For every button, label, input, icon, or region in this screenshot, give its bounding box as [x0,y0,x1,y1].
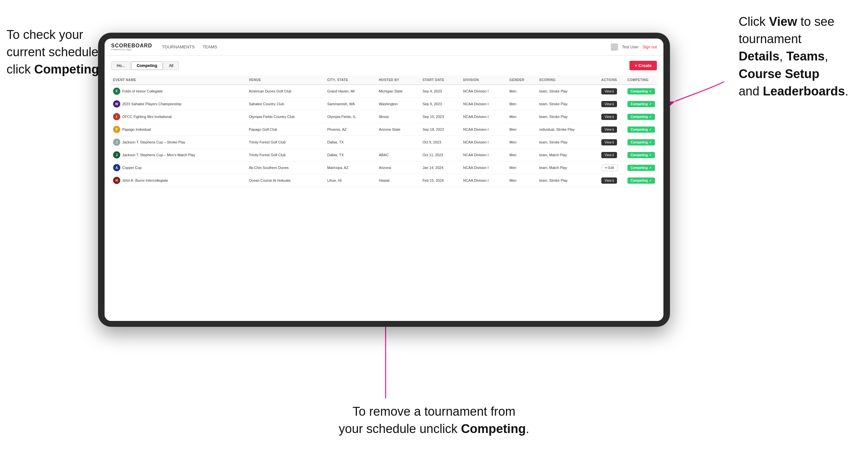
cell-division: NCAA Division I [461,123,507,136]
cell-gender: Men [507,174,537,187]
cell-venue: Sahalee Country Club [247,98,325,111]
view-button[interactable]: View ℹ [601,101,617,107]
table-row: W 2023 Sahalee Players Championship Saha… [111,98,657,111]
filter-tabs: Ho... Competing All [111,61,179,70]
navbar: SCOREBOARD Powered by clippi TOURNAMENTS… [104,38,663,56]
team-logo: W [113,100,120,107]
cell-date: Oct 11, 2023 [421,149,461,161]
col-division: DIVISION [461,75,507,85]
bottom-line1: To remove a tournament from [352,405,516,418]
annotation-bold: Competing [34,62,99,76]
tr-line2: tournament [739,32,801,46]
event-name: Copper Cup [122,166,142,169]
cell-hosted: Hawaii [377,174,421,187]
tr-rest1: to see [797,15,834,28]
cell-division: NCAA Division I [461,136,507,149]
edit-button[interactable]: ✏ Edit [601,164,618,171]
cell-actions: View ℹ [599,136,625,149]
cell-venue: Ak-Chin Southern Dunes [247,161,325,174]
cell-venue: Olympia Fields Country Club [247,111,325,123]
cell-division: NCAA Division I [461,161,507,174]
create-button[interactable]: + Create [629,61,657,70]
cell-hosted: Arizona State [377,123,421,136]
nav-right: Test User Sign out [611,43,657,51]
cell-gender: Men [507,111,537,123]
event-name: Folds of Honor Collegiate [122,89,163,93]
team-logo: I [113,113,120,120]
tr-bold3: Teams [786,49,825,63]
col-hosted: HOSTED BY [377,75,421,85]
cell-actions: View ℹ [599,149,625,161]
team-logo: P [113,126,120,133]
team-logo: H [113,177,120,184]
cell-actions: View ℹ [599,123,625,136]
event-name: 2023 Sahalee Players Championship [122,102,181,106]
cell-actions: View ℹ [599,111,625,123]
view-button[interactable]: View ℹ [601,126,617,133]
annotation-bottom: To remove a tournament from your schedul… [339,403,529,438]
logo-subtitle: Powered by clippi [111,48,152,51]
competing-button[interactable]: Competing [627,152,655,158]
event-name: John A. Burns Intercollegiate [122,179,168,182]
competing-button[interactable]: Competing [627,126,655,133]
annotation-top-right: Click View to see tournament Details, Te… [739,13,848,100]
view-button[interactable]: View ℹ [601,152,617,158]
cell-gender: Men [507,161,537,174]
tab-home[interactable]: Ho... [111,61,130,70]
signout-link[interactable]: Sign out [643,45,657,49]
tr-comma3: , [825,49,829,63]
tab-all[interactable]: All [163,61,179,70]
tablet-screen: SCOREBOARD Powered by clippi TOURNAMENTS… [104,38,663,321]
cell-scoring: individual, Stroke Play [537,123,599,136]
cell-date: Sep 15, 2023 [421,111,461,123]
cell-venue: Papago Golf Club [247,123,325,136]
cell-city: Dallas, TX [325,149,377,161]
competing-button[interactable]: Competing [627,114,655,120]
cell-hosted: Michigan State [377,85,421,98]
annotation-line2: current schedule, [6,45,102,59]
scoreboard-logo: SCOREBOARD Powered by clippi [111,43,152,51]
cell-actions: View ℹ [599,85,625,98]
tr-bold5: Leaderboards [763,84,845,98]
view-button[interactable]: View ℹ [601,88,617,94]
cell-city: Maricopa, AZ [325,161,377,174]
team-logo: A [113,164,120,171]
tr-bold1: View [769,15,797,28]
nav-teams[interactable]: TEAMS [203,44,217,49]
arrow-view-btn [665,75,731,108]
competing-button[interactable]: Competing [627,165,655,171]
cell-actions: View ℹ [599,174,625,187]
view-button[interactable]: View ℹ [601,178,617,184]
competing-button[interactable]: Competing [627,88,655,94]
cell-scoring: team, Stroke Play [537,174,599,187]
col-venue: VENUE [247,75,325,85]
view-button[interactable]: View ℹ [601,114,617,120]
cell-venue: Trinity Forest Golf Club [247,136,325,149]
competing-button[interactable]: Competing [627,178,655,184]
bottom-period: . [526,422,529,436]
table-row: J Jackson T. Stephens Cup – Stroke Play … [111,136,657,149]
nav-tournaments[interactable]: TOURNAMENTS [162,44,195,49]
cell-competing: Competing [625,149,657,161]
cell-date: Feb 15, 2024 [421,174,461,187]
competing-button[interactable]: Competing [627,101,655,107]
cell-event: J Jackson T. Stephens Cup – Stroke Play [111,136,247,149]
cell-competing: Competing [625,161,657,174]
annotation-line1: To check your [6,28,83,41]
cell-event: H John A. Burns Intercollegiate [111,174,247,187]
competing-button[interactable]: Competing [627,139,655,146]
user-name: Test User [622,45,639,49]
cell-event: W 2023 Sahalee Players Championship [111,98,247,111]
tr-period: . [845,84,848,98]
cell-scoring: team, Stroke Play [537,136,599,149]
cell-venue: American Dunes Golf Club [247,85,325,98]
view-button[interactable]: View ℹ [601,139,617,146]
cell-gender: Men [507,123,537,136]
cell-actions: ✏ Edit [599,161,625,174]
event-name: Jackson T. Stephens Cup – Stroke Play [122,140,185,144]
tr-and: and [739,84,763,98]
cell-date: Jan 14, 2024 [421,161,461,174]
tab-competing[interactable]: Competing [131,61,163,70]
cell-hosted [377,136,421,149]
annotation-top-left: To check your current schedule, click Co… [6,26,102,79]
